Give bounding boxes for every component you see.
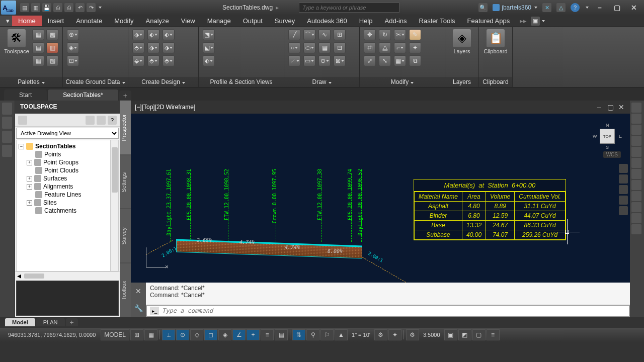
sm-toggle[interactable]: ⚐ bbox=[320, 329, 334, 340]
panel-label[interactable]: Create Design bbox=[128, 77, 198, 87]
rstrip-btn[interactable] bbox=[631, 202, 641, 212]
spline-button[interactable]: ∿ bbox=[318, 29, 331, 40]
viewport-label[interactable]: [−][Top][2D Wireframe] bbox=[135, 104, 195, 111]
vp-minimize[interactable]: – bbox=[595, 104, 604, 111]
panel-label[interactable]: Create Ground Data bbox=[63, 77, 128, 87]
wcs-label[interactable]: WCS bbox=[603, 151, 621, 158]
panel-label[interactable]: Draw bbox=[284, 77, 359, 87]
tree-item-point-groups[interactable]: +Point Groups bbox=[17, 158, 118, 166]
palette-btn-5[interactable]: ▦ bbox=[32, 55, 44, 66]
tree-item-points[interactable]: Points bbox=[17, 150, 118, 158]
line-button[interactable]: ╱ bbox=[288, 29, 300, 40]
design-btn-3[interactable]: ⬙ bbox=[132, 55, 144, 66]
tab-toolbox[interactable]: Toolbox bbox=[120, 263, 131, 317]
traverse-button[interactable]: ⊡ bbox=[67, 55, 79, 66]
explode-button[interactable]: ✦ bbox=[409, 42, 421, 53]
design-btn-8[interactable]: ⬗ bbox=[163, 42, 175, 53]
design-btn-7[interactable]: ⬖ bbox=[163, 29, 175, 40]
3dosnap-toggle[interactable]: ◈ bbox=[218, 329, 231, 340]
toolspace-button[interactable]: 🛠Toolspace bbox=[4, 29, 29, 54]
anno-scale[interactable]: 3.5000 bbox=[420, 332, 443, 338]
polyline-button[interactable]: ⟋ bbox=[288, 55, 300, 66]
tree-root[interactable]: −SectionTables bbox=[17, 142, 118, 150]
menutab-autodesk-360[interactable]: Autodesk 360 bbox=[301, 16, 353, 26]
hwaccel-toggle[interactable]: ▣ bbox=[444, 329, 457, 340]
tree-item-alignments[interactable]: +Alignments bbox=[17, 183, 118, 191]
profile-btn-2[interactable]: ⬕ bbox=[203, 42, 215, 53]
draw-btn-x2[interactable]: ⊟ bbox=[334, 42, 346, 53]
app-menu-button[interactable]: ▾ bbox=[0, 16, 12, 26]
prospector-tree[interactable]: −SectionTables Points+Point GroupsPoint … bbox=[16, 140, 119, 272]
rstrip-btn[interactable] bbox=[631, 180, 641, 190]
tree-scrollbar-h[interactable]: ◂ bbox=[15, 272, 120, 280]
toolspace-view-select[interactable]: Active Drawing View bbox=[16, 128, 119, 139]
surfaces-button[interactable]: ◈ bbox=[67, 42, 79, 53]
menutab-manage[interactable]: Manage bbox=[201, 16, 237, 26]
close-button[interactable]: ✕ bbox=[628, 4, 640, 12]
mirror-button[interactable]: ⧋ bbox=[379, 42, 391, 53]
erase-button[interactable]: ✎ bbox=[409, 29, 421, 40]
tree-item-feature-lines[interactable]: Feature Lines bbox=[17, 191, 118, 199]
open-icon[interactable]: ▥ bbox=[31, 3, 40, 12]
rstrip-btn[interactable] bbox=[631, 169, 641, 179]
ts-tool-1[interactable] bbox=[18, 116, 27, 125]
palette-btn-1[interactable]: ▦ bbox=[32, 29, 44, 40]
design-btn-9[interactable]: ⬘ bbox=[163, 55, 175, 66]
rstrip-btn[interactable] bbox=[631, 103, 641, 113]
snap-toggle[interactable]: ▦ bbox=[144, 329, 157, 340]
menutab-modify[interactable]: Modify bbox=[108, 16, 139, 26]
model-space-button[interactable]: MODEL bbox=[101, 329, 129, 340]
osnap-toggle[interactable]: ◻ bbox=[204, 329, 217, 340]
coordinates[interactable]: 946031.3781, 796974.1629, 0.0000 bbox=[4, 332, 100, 338]
a360-icon[interactable]: △ bbox=[556, 3, 566, 12]
panel-label[interactable]: Modify bbox=[360, 77, 445, 87]
tab-settings[interactable]: Settings bbox=[120, 155, 131, 209]
qat-dropdown-icon[interactable] bbox=[99, 7, 102, 9]
tree-item-point-clouds[interactable]: Point Clouds bbox=[17, 166, 118, 174]
palette-btn-3[interactable]: ▤ bbox=[32, 42, 44, 53]
copy-button[interactable]: ⿻ bbox=[364, 42, 376, 53]
menutab-add-ins[interactable]: Add-ins bbox=[379, 16, 413, 26]
points-button[interactable]: ⊕ bbox=[67, 29, 79, 40]
design-btn-2[interactable]: ⬘ bbox=[132, 42, 144, 53]
menutab-insert[interactable]: Insert bbox=[42, 16, 70, 26]
lstrip-btn-1[interactable] bbox=[2, 103, 12, 115]
app-logo[interactable]: AC3D bbox=[1, 1, 16, 15]
nav-zoom-icon[interactable] bbox=[619, 185, 628, 194]
menutab-annotate[interactable]: Annotate bbox=[70, 16, 108, 26]
a360-tab-icon[interactable]: ▣ bbox=[531, 17, 540, 26]
menutab-home[interactable]: Home bbox=[12, 16, 42, 26]
scale-button[interactable]: ⤡ bbox=[379, 55, 391, 66]
vp-maximize[interactable]: ▢ bbox=[606, 104, 615, 111]
cmd-config-icon[interactable]: 🔧 bbox=[131, 300, 146, 317]
ws-toggle[interactable]: ⚙ bbox=[406, 329, 419, 340]
stretch-button[interactable]: ⤢ bbox=[364, 55, 376, 66]
sc-toggle[interactable]: ⇅ bbox=[292, 329, 305, 340]
menutab-output[interactable]: Output bbox=[237, 16, 269, 26]
qp-toggle[interactable]: ⚲ bbox=[306, 329, 319, 340]
viewcube[interactable]: N S E W TOP bbox=[595, 124, 620, 149]
anno-vis[interactable]: ✦ bbox=[388, 329, 401, 340]
restore-button[interactable]: ▢ bbox=[611, 4, 623, 12]
lwt-toggle[interactable]: ≡ bbox=[261, 329, 274, 340]
grid-toggle[interactable]: ⊞ bbox=[130, 329, 143, 340]
ortho-toggle[interactable]: ⟂ bbox=[162, 329, 175, 340]
circle-button[interactable]: ○ bbox=[288, 42, 300, 53]
panel-label[interactable]: Palettes bbox=[0, 77, 62, 87]
iso-toggle[interactable]: ◇ bbox=[190, 329, 203, 340]
nav-pan-icon[interactable] bbox=[619, 174, 628, 184]
arc-button[interactable]: ⌒ bbox=[303, 29, 315, 40]
ellipse-button[interactable]: ⬭ bbox=[303, 42, 315, 53]
tab-survey[interactable]: Survey bbox=[120, 209, 131, 263]
tree-scrollbar-v[interactable] bbox=[110, 140, 118, 271]
palette-btn-4[interactable]: ▥ bbox=[46, 42, 58, 53]
redo-icon[interactable]: ↷ bbox=[87, 3, 96, 12]
lstrip-btn-4[interactable] bbox=[2, 145, 12, 157]
plot-icon[interactable]: ⎙ bbox=[64, 3, 73, 12]
otrack-toggle[interactable]: ∠ bbox=[232, 329, 246, 340]
help-icon[interactable]: ? bbox=[571, 3, 580, 12]
ts-tool-2[interactable] bbox=[86, 116, 95, 125]
rotate-button[interactable]: ↻ bbox=[379, 29, 391, 40]
design-btn-5[interactable]: ⬗ bbox=[147, 42, 159, 53]
layout-model[interactable]: Model bbox=[5, 318, 35, 326]
